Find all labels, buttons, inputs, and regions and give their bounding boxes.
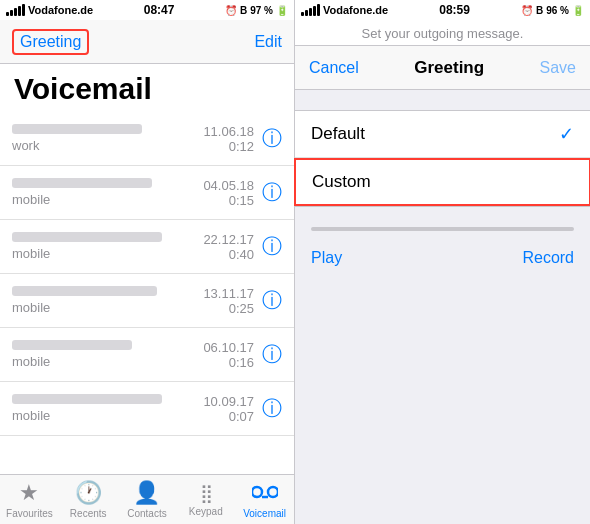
- vm-date: 22.12.17: [203, 232, 254, 247]
- tab-contacts-label: Contacts: [127, 508, 166, 519]
- vm-date: 04.05.18: [203, 178, 254, 193]
- vm-meta: 13.11.17 0:25: [203, 286, 254, 316]
- vm-duration: 0:16: [203, 355, 254, 370]
- vm-info: mobile: [12, 178, 203, 207]
- subtitle-text: Set your outgoing message.: [295, 20, 590, 46]
- right-status-right: ⏰ B 96 % 🔋: [521, 5, 584, 16]
- tab-contacts[interactable]: 👤 Contacts: [118, 480, 177, 519]
- vm-type: mobile: [12, 246, 203, 261]
- vm-type: work: [12, 138, 203, 153]
- tab-recents[interactable]: 🕐 Recents: [59, 480, 118, 519]
- svg-point-0: [252, 487, 262, 497]
- info-icon[interactable]: ⓘ: [262, 341, 282, 368]
- vm-type: mobile: [12, 408, 203, 423]
- right-alarm-icon: ⏰: [521, 5, 533, 16]
- tab-favourites-label: Favourites: [6, 508, 53, 519]
- save-button[interactable]: Save: [540, 59, 576, 77]
- option-default[interactable]: Default ✓: [295, 111, 590, 158]
- vm-duration: 0:15: [203, 193, 254, 208]
- greeting-button[interactable]: Greeting: [12, 29, 89, 55]
- left-status-right: ⏰ B 97 % 🔋: [225, 5, 288, 16]
- star-icon: ★: [19, 480, 39, 506]
- right-carrier-text: Vodafone.de: [323, 4, 388, 16]
- page-title: Voicemail: [0, 64, 294, 112]
- vm-meta: 22.12.17 0:40: [203, 232, 254, 262]
- greeting-options-list: Default ✓ Custom: [295, 110, 590, 207]
- progress-bar-bg: [311, 227, 574, 231]
- table-row[interactable]: mobile 13.11.17 0:25 ⓘ: [0, 274, 294, 328]
- vm-info: mobile: [12, 286, 203, 315]
- cancel-button[interactable]: Cancel: [309, 59, 359, 77]
- vm-name-blur: [12, 394, 162, 404]
- info-icon[interactable]: ⓘ: [262, 287, 282, 314]
- info-icon[interactable]: ⓘ: [262, 395, 282, 422]
- left-status-bar: Vodafone.de 08:47 ⏰ B 97 % 🔋: [0, 0, 294, 20]
- vm-name-blur: [12, 178, 152, 188]
- vm-duration: 0:07: [203, 409, 254, 424]
- bluetooth-icon: B: [240, 5, 247, 16]
- vm-date: 11.06.18: [203, 124, 254, 139]
- svg-point-1: [268, 487, 278, 497]
- vm-type: mobile: [12, 300, 203, 315]
- left-carrier-text: Vodafone.de: [28, 4, 93, 16]
- tab-keypad[interactable]: ⣿ Keypad: [176, 482, 235, 517]
- vm-name-blur: [12, 340, 132, 350]
- vm-duration: 0:12: [203, 139, 254, 154]
- right-battery-icon: 🔋: [572, 5, 584, 16]
- default-option-label: Default: [311, 124, 365, 144]
- left-panel: Vodafone.de 08:47 ⏰ B 97 % 🔋 Greeting Ed…: [0, 0, 295, 524]
- vm-date: 06.10.17: [203, 340, 254, 355]
- tab-voicemail[interactable]: Voicemail: [235, 480, 294, 519]
- info-icon[interactable]: ⓘ: [262, 125, 282, 152]
- vm-name-blur: [12, 286, 157, 296]
- edit-button[interactable]: Edit: [254, 33, 282, 51]
- vm-type: mobile: [12, 192, 203, 207]
- tab-voicemail-label: Voicemail: [243, 508, 286, 519]
- record-button[interactable]: Record: [522, 249, 574, 267]
- info-icon[interactable]: ⓘ: [262, 179, 282, 206]
- table-row[interactable]: mobile 22.12.17 0:40 ⓘ: [0, 220, 294, 274]
- custom-option-label: Custom: [312, 172, 371, 192]
- left-time: 08:47: [144, 3, 175, 17]
- greeting-nav-title: Greeting: [414, 58, 484, 78]
- vm-meta: 11.06.18 0:12: [203, 124, 254, 154]
- table-row[interactable]: mobile 06.10.17 0:16 ⓘ: [0, 328, 294, 382]
- vm-info: mobile: [12, 340, 203, 369]
- right-bluetooth-icon: B: [536, 5, 543, 16]
- table-row[interactable]: mobile 04.05.18 0:15 ⓘ: [0, 166, 294, 220]
- battery-text: 97 %: [250, 5, 273, 16]
- vm-date: 13.11.17: [203, 286, 254, 301]
- tab-recents-label: Recents: [70, 508, 107, 519]
- vm-meta: 04.05.18 0:15: [203, 178, 254, 208]
- vm-date: 10.09.17: [203, 394, 254, 409]
- table-row[interactable]: work 11.06.18 0:12 ⓘ: [0, 112, 294, 166]
- vm-type: mobile: [12, 354, 203, 369]
- table-row[interactable]: mobile 10.09.17 0:07 ⓘ: [0, 382, 294, 436]
- checkmark-icon: ✓: [559, 123, 574, 145]
- contacts-icon: 👤: [133, 480, 160, 506]
- vm-duration: 0:25: [203, 301, 254, 316]
- play-button[interactable]: Play: [311, 249, 342, 267]
- vm-info: mobile: [12, 232, 203, 261]
- playback-controls: Play Record: [295, 241, 590, 275]
- vm-duration: 0:40: [203, 247, 254, 262]
- right-signal-icon: [301, 4, 320, 16]
- right-battery-text: 96 %: [546, 5, 569, 16]
- right-panel: Vodafone.de 08:59 ⏰ B 96 % 🔋 Set your ou…: [295, 0, 590, 524]
- vm-name-blur: [12, 124, 142, 134]
- vm-name-blur: [12, 232, 162, 242]
- signal-icon: [6, 4, 25, 16]
- voicemail-icon: [252, 480, 278, 506]
- option-custom[interactable]: Custom: [294, 158, 590, 206]
- greeting-nav-bar: Cancel Greeting Save: [295, 46, 590, 90]
- vm-meta: 10.09.17 0:07: [203, 394, 254, 424]
- tab-bar: ★ Favourites 🕐 Recents 👤 Contacts ⣿ Keyp…: [0, 474, 294, 524]
- tab-favourites[interactable]: ★ Favourites: [0, 480, 59, 519]
- right-time: 08:59: [439, 3, 470, 17]
- battery-icon: 🔋: [276, 5, 288, 16]
- voicemail-nav-bar: Greeting Edit: [0, 20, 294, 64]
- left-carrier: Vodafone.de: [6, 4, 93, 16]
- audio-progress-bar[interactable]: [311, 227, 574, 231]
- voicemail-list: work 11.06.18 0:12 ⓘ mobile 04.05.18 0:1…: [0, 112, 294, 474]
- info-icon[interactable]: ⓘ: [262, 233, 282, 260]
